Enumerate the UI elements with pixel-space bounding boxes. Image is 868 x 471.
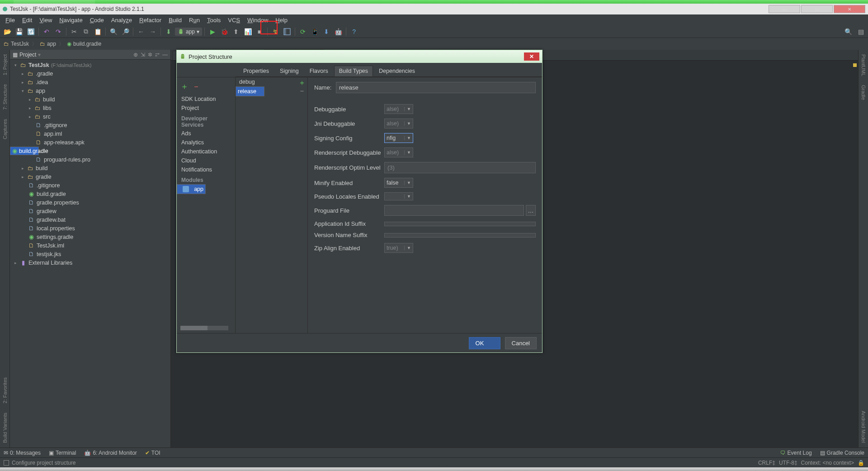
plus-icon[interactable]: ＋ <box>180 81 189 92</box>
sidebar-project[interactable]: Project <box>177 104 235 113</box>
tab-plantuml[interactable]: PlantUML <box>860 50 867 81</box>
open-icon[interactable]: 📂 <box>2 27 13 37</box>
tree-item[interactable]: ▸🗀.gradle <box>10 69 170 78</box>
sidebar-ads[interactable]: Ads <box>177 129 235 138</box>
debug-icon[interactable]: 🐞 <box>219 27 230 37</box>
application-id-suffix-field[interactable] <box>384 222 536 226</box>
collapse-icon[interactable]: ⊕ <box>133 52 138 58</box>
sync-all-icon[interactable]: ⟳ <box>297 27 308 37</box>
replace-icon[interactable]: 🔎 <box>120 27 131 37</box>
help-icon[interactable]: ? <box>349 27 359 37</box>
context-indicator[interactable]: Context: <no context> <box>801 460 854 466</box>
project-tree[interactable]: ▾🗀TestJsk(F:\daima\TestJsk) ▸🗀.gradle ▸🗀… <box>10 60 170 447</box>
tree-root[interactable]: ▾🗀TestJsk(F:\daima\TestJsk) <box>10 61 170 69</box>
maximize-button[interactable]: ▭ <box>801 5 833 13</box>
avd-icon[interactable]: 📱 <box>309 27 320 37</box>
forward-icon[interactable]: → <box>147 27 158 37</box>
sidebar-notifications[interactable]: Notifications <box>177 165 235 174</box>
sidebar-cloud[interactable]: Cloud <box>177 156 235 165</box>
tree-item[interactable]: ▸🗀libs <box>10 104 170 112</box>
minimize-button[interactable]: — <box>769 5 800 13</box>
tab-todo[interactable]: ✔TOI <box>145 450 160 456</box>
scroll-icon[interactable]: ⇲ <box>141 52 145 58</box>
signing-config-select[interactable]: nfig▼ <box>384 133 413 143</box>
menu-refactor[interactable]: Refactor <box>136 16 165 24</box>
menu-edit[interactable]: Edit <box>19 16 36 24</box>
find-icon[interactable]: 🔍 <box>108 27 119 37</box>
sync-gradle-icon[interactable]: ↯ <box>270 27 281 37</box>
tab-terminal[interactable]: ▣Terminal <box>49 450 76 456</box>
tree-item[interactable]: ▸🗀build <box>10 95 170 104</box>
menu-help[interactable]: Help <box>272 16 291 24</box>
cancel-button[interactable]: Cancel <box>505 337 537 349</box>
proguard-file-field[interactable] <box>384 205 524 216</box>
copy-icon[interactable]: ⧉ <box>80 27 91 37</box>
tab-project[interactable]: 1: Project <box>1 50 9 80</box>
tree-item[interactable]: 🗋proguard-rules.pro <box>10 155 170 164</box>
tree-item[interactable]: ▸🗀gradle <box>10 172 170 181</box>
gear-icon[interactable]: ✲ <box>148 52 152 58</box>
breadcrumb-file[interactable]: ◉ build.gradle <box>67 41 101 47</box>
debuggable-select[interactable]: alse)▼ <box>384 104 413 114</box>
tree-item[interactable]: ◉build.gradle <box>10 190 170 198</box>
close-button[interactable]: ✕ <box>834 5 865 13</box>
tab-gradle-console[interactable]: ▤Gradle Console <box>820 450 864 456</box>
tab-event-log[interactable]: 🗨Event Log <box>780 450 812 456</box>
tree-external-libraries[interactable]: ▸▮External Libraries <box>10 258 170 267</box>
renderscript-optim-field[interactable]: (3) <box>384 162 536 173</box>
tree-item[interactable]: 🗋app.iml <box>10 129 170 138</box>
tree-item[interactable]: 🗋.gitignore <box>10 181 170 190</box>
menu-view[interactable]: View <box>36 16 56 24</box>
minify-enabled-select[interactable]: false▼ <box>384 178 413 188</box>
minus-icon[interactable]: － <box>192 81 200 92</box>
browse-button[interactable]: … <box>526 205 536 216</box>
pseudo-locales-select[interactable]: ▼ <box>384 192 413 200</box>
tree-item[interactable]: 🗋gradle.properties <box>10 198 170 207</box>
breadcrumb-root[interactable]: 🗀 TestJsk <box>4 41 29 47</box>
tree-item[interactable]: ◉settings.gradle <box>10 233 170 241</box>
sidebar-module-app[interactable]: app <box>177 184 206 194</box>
tree-item[interactable]: 🗋.gitignore <box>10 121 170 129</box>
tree-item[interactable]: 🗋gradlew <box>10 207 170 215</box>
tab-gradle[interactable]: Gradle <box>860 81 867 105</box>
tab-build-variants[interactable]: Build Variants <box>1 408 9 447</box>
tab-dependencies[interactable]: Dependencies <box>374 66 420 76</box>
profile-icon[interactable]: 📊 <box>242 27 253 37</box>
add-build-type-button[interactable]: ＋ <box>298 79 306 86</box>
tree-item[interactable]: 🗋local.properties <box>10 224 170 233</box>
menu-code[interactable]: Code <box>86 16 108 24</box>
tree-item[interactable]: ▸🗀build <box>10 164 170 172</box>
name-field[interactable]: release <box>336 82 536 93</box>
settings-tray-icon[interactable]: ▤ <box>855 27 866 37</box>
tab-build-types[interactable]: Build Types <box>334 66 373 76</box>
paste-icon[interactable]: 📋 <box>92 27 103 37</box>
tab-structure[interactable]: 7: Structure <box>1 80 9 114</box>
tree-item[interactable]: 🗋TestJsk.iml <box>10 241 170 250</box>
tree-item-selected[interactable]: ◉build.gradle <box>10 147 39 155</box>
build-type-release[interactable]: release <box>236 86 264 96</box>
tab-android-model[interactable]: Android Model <box>860 406 867 447</box>
tab-captures[interactable]: Captures <box>1 114 9 144</box>
menu-navigate[interactable]: Navigate <box>56 16 86 24</box>
version-name-suffix-field[interactable] <box>384 233 536 238</box>
tab-flavors[interactable]: Flavors <box>305 66 333 76</box>
line-separator-indicator[interactable]: CRLF‡ <box>758 460 775 466</box>
hide-icon[interactable]: — <box>162 52 168 58</box>
sidebar-scrollbar[interactable] <box>180 326 228 330</box>
run-config-selector[interactable]: app ▾ <box>175 28 202 36</box>
tree-item[interactable]: 🗋gradlew.bat <box>10 215 170 224</box>
make-icon[interactable]: ⬇ <box>163 27 174 37</box>
menu-window[interactable]: Window <box>244 16 272 24</box>
project-structure-icon[interactable] <box>282 27 292 37</box>
undo-icon[interactable]: ↶ <box>41 27 52 37</box>
sidebar-sdk-location[interactable]: SDK Location <box>177 95 235 104</box>
sidebar-analytics[interactable]: Analytics <box>177 138 235 147</box>
run-icon[interactable]: ▶ <box>207 27 218 37</box>
tree-item[interactable]: 🗋app-release.apk <box>10 138 170 147</box>
tab-properties[interactable]: Properties <box>238 66 274 76</box>
zip-align-select[interactable]: true)▼ <box>384 243 413 253</box>
tab-signing[interactable]: Signing <box>275 66 304 76</box>
renderscript-debuggable-select[interactable]: alse)▼ <box>384 147 413 157</box>
encoding-indicator[interactable]: UTF-8‡ <box>779 460 797 466</box>
back-icon[interactable]: ← <box>136 27 146 37</box>
